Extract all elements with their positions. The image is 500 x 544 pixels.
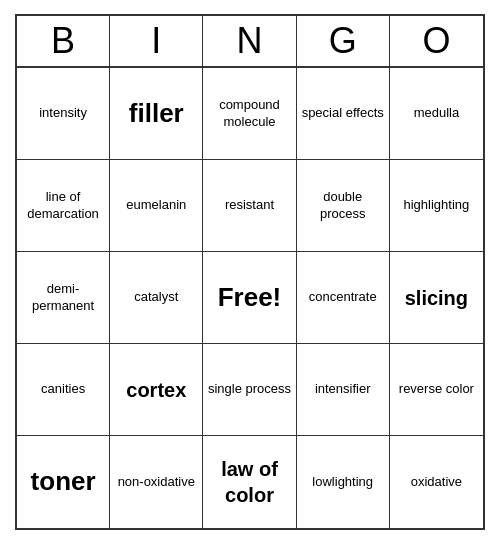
bingo-cell-0: intensity — [17, 68, 110, 160]
bingo-cell-19: reverse color — [390, 344, 483, 436]
bingo-cell-18: intensifier — [297, 344, 390, 436]
bingo-cell-2: compound molecule — [203, 68, 296, 160]
bingo-header: BINGO — [17, 16, 483, 68]
header-letter-i: I — [110, 16, 203, 66]
bingo-cell-24: oxidative — [390, 436, 483, 528]
bingo-cell-16: cortex — [110, 344, 203, 436]
header-letter-g: G — [297, 16, 390, 66]
bingo-cell-1: filler — [110, 68, 203, 160]
bingo-cell-13: concentrate — [297, 252, 390, 344]
bingo-cell-9: highlighting — [390, 160, 483, 252]
bingo-cell-20: toner — [17, 436, 110, 528]
bingo-card: BINGO intensityfillercompound moleculesp… — [15, 14, 485, 530]
bingo-grid: intensityfillercompound moleculespecial … — [17, 68, 483, 528]
bingo-cell-6: eumelanin — [110, 160, 203, 252]
bingo-cell-21: non-oxidative — [110, 436, 203, 528]
bingo-cell-4: medulla — [390, 68, 483, 160]
bingo-cell-12: Free! — [203, 252, 296, 344]
bingo-cell-15: canities — [17, 344, 110, 436]
bingo-cell-5: line of demarcation — [17, 160, 110, 252]
bingo-cell-7: resistant — [203, 160, 296, 252]
bingo-cell-22: law of color — [203, 436, 296, 528]
bingo-cell-17: single process — [203, 344, 296, 436]
header-letter-o: O — [390, 16, 483, 66]
bingo-cell-3: special effects — [297, 68, 390, 160]
bingo-cell-8: double process — [297, 160, 390, 252]
bingo-cell-10: demi-permanent — [17, 252, 110, 344]
header-letter-b: B — [17, 16, 110, 66]
bingo-cell-23: lowlighting — [297, 436, 390, 528]
bingo-cell-11: catalyst — [110, 252, 203, 344]
bingo-cell-14: slicing — [390, 252, 483, 344]
header-letter-n: N — [203, 16, 296, 66]
